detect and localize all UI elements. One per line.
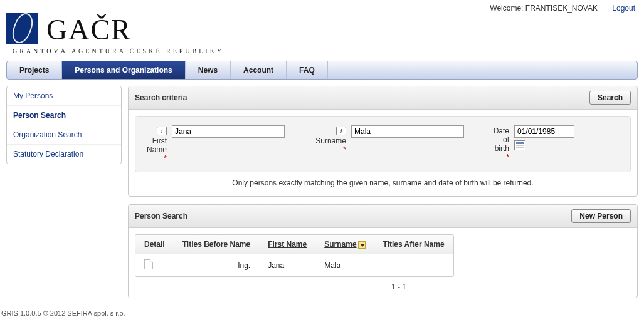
search-criteria-title: Search criteria (135, 93, 187, 102)
logo-area: GAČR GRANTOVÁ AGENTURA ČESKÉ REPUBLIKY (0, 13, 644, 61)
menu-news[interactable]: News (186, 61, 231, 79)
results-table: Detail Titles Before Name First Name Sur… (135, 234, 454, 277)
sidebar-my-persons[interactable]: My Persons (7, 86, 121, 106)
info-icon: i (157, 127, 167, 135)
cell-titles-after (374, 254, 453, 277)
logout-link[interactable]: Logout (612, 4, 635, 13)
menu-persons-orgs[interactable]: Persons and Organizations (62, 61, 185, 79)
sidebar: My Persons Person Search Organization Se… (6, 86, 122, 164)
welcome-username: FRANTISEK_NOVAK (525, 4, 598, 13)
col-titles-after: Titles After Name (374, 235, 453, 254)
first-name-label: First Name (142, 137, 167, 154)
cell-first-name: Jana (259, 254, 315, 277)
detail-icon[interactable] (144, 259, 153, 269)
sidebar-organization-search[interactable]: Organization Search (7, 125, 121, 145)
required-asterisk: * (142, 154, 167, 163)
surname-label: Surname (310, 137, 346, 145)
required-asterisk: * (310, 145, 346, 154)
new-person-button[interactable]: New Person (571, 209, 631, 223)
results-title: Person Search (135, 212, 187, 221)
sidebar-statutory-declaration[interactable]: Statutory Declaration (7, 145, 121, 164)
cell-titles-before: Ing. (174, 254, 260, 277)
dob-label: Date of birth (489, 127, 509, 153)
footer: GRIS 1.0.0.5 © 2012 SEFIRA spol. s r.o. (0, 298, 644, 321)
logo-subtext: GRANTOVÁ AGENTURA ČESKÉ REPUBLIKY (6, 44, 644, 61)
calendar-icon[interactable] (514, 140, 525, 150)
surname-input[interactable] (351, 125, 464, 138)
col-first-name[interactable]: First Name (259, 235, 315, 254)
sort-desc-icon (358, 241, 366, 249)
main-menu: Projects Persons and Organizations News … (6, 61, 638, 80)
search-button[interactable]: Search (589, 91, 631, 105)
logo-mark-icon (6, 13, 38, 44)
menu-faq[interactable]: FAQ (287, 61, 328, 79)
sidebar-person-search[interactable]: Person Search (7, 106, 121, 125)
criteria-note: Only persons exactly matching the given … (129, 179, 637, 196)
welcome-label: Welcome: (490, 4, 523, 13)
info-icon: i (336, 127, 346, 135)
logo-text: GAČR (46, 16, 132, 44)
results-panel: Person Search New Person Detail Titles B… (128, 204, 638, 298)
search-criteria-panel: Search criteria Search i First Name * (128, 86, 638, 197)
cell-surname: Mala (315, 254, 374, 277)
dob-input[interactable] (514, 125, 574, 138)
table-row: Ing. Jana Mala (135, 254, 453, 277)
pager: 1 - 1 (135, 279, 409, 291)
col-surname[interactable]: Surname (315, 235, 374, 254)
col-titles-before: Titles Before Name (174, 235, 260, 254)
menu-account[interactable]: Account (231, 61, 287, 79)
col-detail: Detail (135, 235, 174, 254)
required-asterisk: * (489, 153, 509, 162)
menu-projects[interactable]: Projects (7, 61, 62, 79)
first-name-input[interactable] (172, 125, 285, 138)
